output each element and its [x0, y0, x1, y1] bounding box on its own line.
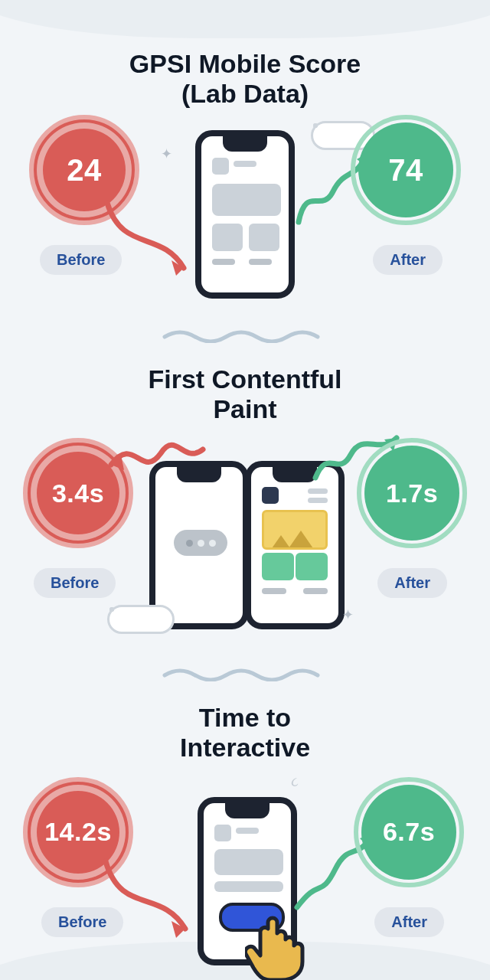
after-label: After — [394, 574, 430, 591]
metric-section-fcp: First ContentfulPaint 3.4s Before — [0, 343, 490, 681]
before-value: 24 — [67, 153, 102, 188]
after-value: 6.7s — [383, 817, 435, 847]
after-score-circle: 1.7s — [364, 446, 459, 541]
sparkle-icon: ✦ — [342, 606, 354, 623]
after-score-circle: 6.7s — [361, 785, 456, 880]
after-value: 74 — [388, 153, 423, 188]
metric-section-gpsi: GPSI Mobile Score (Lab Data) ✦ 24 Before — [0, 0, 490, 343]
after-label-pill: After — [373, 245, 443, 275]
cloud-icon — [107, 605, 175, 634]
metric-section-tti: Time toInteractive 14.2s Before ૮ — [0, 681, 490, 980]
title-text: First ContentfulPaint — [148, 364, 341, 423]
after-label: After — [390, 251, 426, 268]
after-label: After — [391, 913, 427, 930]
phone-icon — [195, 130, 295, 299]
before-label: Before — [51, 574, 99, 591]
section-title: First ContentfulPaint — [0, 364, 490, 424]
title-text: GPSI Mobile Score (Lab Data) — [129, 49, 361, 108]
section-title: GPSI Mobile Score (Lab Data) — [0, 49, 490, 109]
section-divider-icon — [161, 328, 329, 343]
metric-row: 3.4s Before — [0, 430, 490, 660]
after-label-pill: After — [377, 568, 447, 598]
title-text: Time toInteractive — [180, 703, 310, 762]
before-value: 3.4s — [52, 479, 104, 508]
sparkle-icon: ૮ — [291, 774, 299, 790]
after-score-circle: 74 — [358, 122, 453, 217]
arrow-before-icon — [92, 846, 207, 946]
metric-row: ✦ 24 Before — [0, 115, 490, 322]
section-title: Time toInteractive — [0, 703, 490, 763]
before-label-pill: Before — [34, 568, 116, 598]
hand-pointer-icon — [245, 915, 314, 980]
arrow-before-icon — [92, 184, 207, 283]
phone-loading-icon — [149, 461, 249, 629]
after-label-pill: After — [374, 907, 444, 937]
section-divider-icon — [161, 666, 329, 681]
before-value: 14.2s — [44, 817, 112, 847]
sparkle-icon: ✦ — [161, 145, 172, 162]
metric-row: 14.2s Before ૮ — [0, 769, 490, 980]
after-value: 1.7s — [386, 479, 438, 508]
